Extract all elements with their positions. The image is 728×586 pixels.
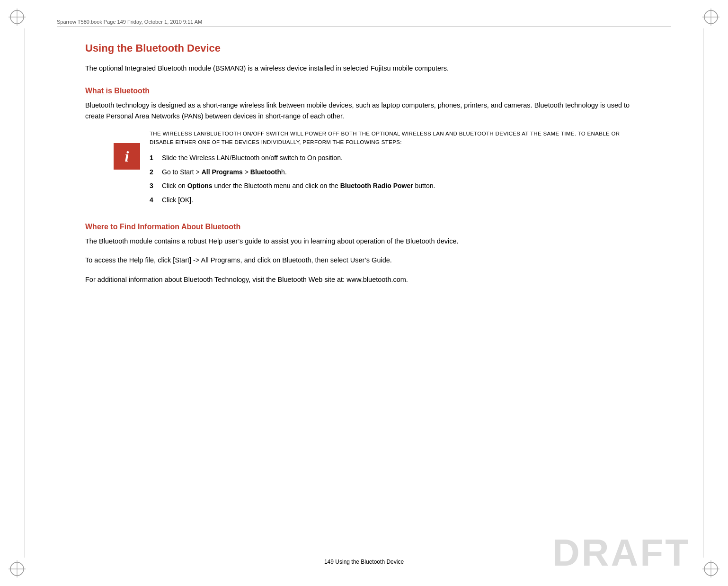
step-1: 1 Slide the Wireless LAN/Bluetooth on/of… (150, 153, 643, 163)
step-2: 2 Go to Start > All Programs > Bluetooth… (150, 167, 643, 178)
header-bar: Sparrow T580.book Page 149 Friday, Octob… (57, 19, 671, 27)
section2-paragraph1: The Bluetooth module contains a robust H… (85, 236, 643, 246)
footer-text: Using the Bluetooth Device (335, 559, 404, 565)
section2-paragraph3: For additional information about Bluetoo… (85, 274, 643, 285)
left-border (25, 28, 25, 558)
step-2-bold1: All Programs (202, 168, 243, 176)
step-3: 3 Click on Options under the Bluetooth m… (150, 181, 643, 191)
step-3-num: 3 (150, 181, 157, 191)
step-1-num: 1 (150, 153, 157, 163)
section2-paragraph2: To access the Help file, click [Start] -… (85, 255, 643, 265)
page: Sparrow T580.book Page 149 Friday, Octob… (0, 0, 728, 586)
reg-mark-tl (9, 9, 26, 26)
section1-heading: What is Bluetooth (85, 87, 643, 95)
right-border (703, 28, 703, 558)
section2-heading: Where to Find Information About Bluetoot… (85, 223, 643, 231)
footer-page-num: 149 (324, 559, 334, 565)
steps-list: 1 Slide the Wireless LAN/Bluetooth on/of… (150, 153, 643, 206)
step-3-bold1: Options (187, 182, 213, 189)
intro-paragraph: The optional Integrated Bluetooth module… (85, 63, 643, 73)
draft-watermark: DRAFT (552, 531, 690, 575)
step-4-text: Click [OK]. (162, 195, 643, 206)
note-icon: i (125, 149, 129, 164)
note-icon-box: i (114, 143, 140, 170)
step-1-text: Slide the Wireless LAN/Bluetooth on/off … (162, 153, 643, 163)
note-warning-text: The Wireless LAN/Bluetooth On/Off Switch… (150, 130, 643, 146)
reg-mark-tr (702, 9, 719, 26)
step-2-bold2: Bluetooth (250, 168, 281, 176)
step-3-bold2: Bluetooth Radio Power (340, 182, 413, 189)
step-4-num: 4 (150, 195, 157, 206)
step-3-text: Click on Options under the Bluetooth men… (162, 181, 643, 191)
page-title: Using the Bluetooth Device (85, 42, 643, 54)
step-2-text: Go to Start > All Programs > Bluetoothh. (162, 167, 643, 178)
note-container: i The Wireless LAN/Bluetooth On/Off Swit… (114, 130, 643, 209)
step-2-num: 2 (150, 167, 157, 178)
step-4: 4 Click [OK]. (150, 195, 643, 206)
header-text: Sparrow T580.book Page 149 Friday, Octob… (57, 19, 202, 25)
note-content: The Wireless LAN/Bluetooth On/Off Switch… (150, 130, 643, 209)
section1-paragraph: Bluetooth technology is designed as a sh… (85, 100, 643, 121)
main-content: Using the Bluetooth Device The optional … (85, 42, 643, 285)
